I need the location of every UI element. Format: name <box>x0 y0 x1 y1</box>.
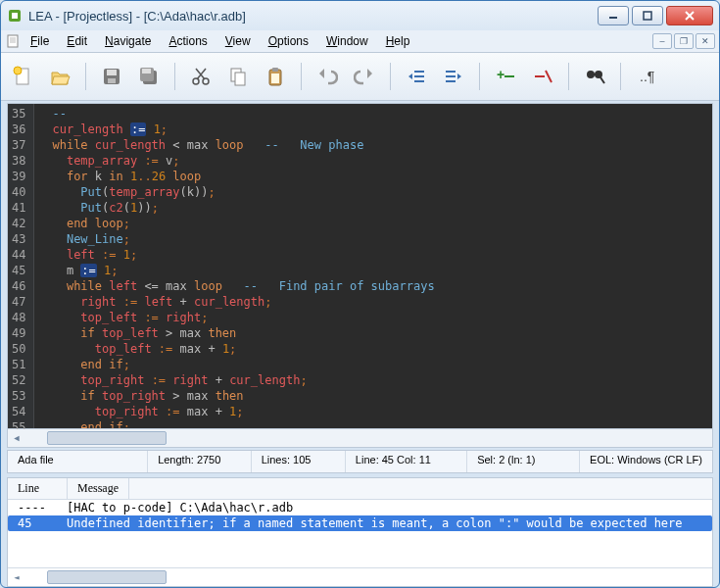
mdi-minimize[interactable]: – <box>652 33 672 49</box>
svg-line-17 <box>197 69 206 79</box>
scroll-left-icon[interactable]: ◄ <box>8 572 25 582</box>
messages-header: Line Message <box>8 478 712 500</box>
svg-rect-23 <box>271 74 279 83</box>
svg-rect-20 <box>235 73 245 85</box>
menu-actions[interactable]: Actions <box>161 32 215 50</box>
svg-line-27 <box>546 71 552 82</box>
comment-button[interactable]: + <box>492 63 519 90</box>
mdi-controls: – ❐ ✕ <box>652 33 715 49</box>
svg-rect-22 <box>272 68 278 72</box>
open-file-button[interactable] <box>46 63 73 90</box>
svg-rect-3 <box>644 12 651 20</box>
close-button[interactable] <box>666 6 713 25</box>
editor-hscroll[interactable]: ◄ <box>7 429 713 448</box>
toolbar: + ..¶ <box>1 53 719 101</box>
menu-help[interactable]: Help <box>378 32 418 50</box>
status-sel: Sel: 2 (ln: 1) <box>467 451 580 472</box>
svg-rect-10 <box>107 70 117 75</box>
window-controls <box>598 6 713 25</box>
messages-rows: ----[HAC to p-code] C:\Ada\hac\r.adb45Un… <box>8 500 712 531</box>
pilcrow-button[interactable]: ..¶ <box>633 63 660 90</box>
svg-rect-11 <box>108 78 116 83</box>
svg-line-30 <box>600 77 604 83</box>
redo-button[interactable] <box>351 63 378 90</box>
search-button[interactable] <box>581 63 608 90</box>
menu-edit[interactable]: Edit <box>59 32 95 50</box>
app-icon <box>7 8 23 24</box>
maximize-button[interactable] <box>632 6 663 25</box>
uncomment-button[interactable] <box>529 63 556 90</box>
app-window: LEA - [Projectless] - [C:\Ada\hac\r.adb]… <box>0 0 720 588</box>
svg-text:+: + <box>497 67 504 82</box>
indent-button[interactable] <box>440 63 467 90</box>
mdi-restore[interactable]: ❐ <box>674 33 694 49</box>
svg-point-15 <box>193 78 199 84</box>
mdi-close[interactable]: ✕ <box>696 33 715 49</box>
new-file-button[interactable] <box>9 63 36 90</box>
status-eol: EOL: Windows (CR LF) <box>580 451 712 472</box>
svg-rect-1 <box>12 13 18 19</box>
minimize-button[interactable] <box>598 6 629 25</box>
menu-window[interactable]: Window <box>318 32 376 50</box>
statusbar: Ada file Length: 2750 Lines: 105 Line: 4… <box>7 450 713 473</box>
cut-button[interactable] <box>187 63 215 90</box>
titlebar: LEA - [Projectless] - [C:\Ada\hac\r.adb] <box>1 1 719 30</box>
scroll-thumb[interactable] <box>47 431 167 445</box>
scroll-left-icon[interactable]: ◄ <box>8 433 25 443</box>
undo-button[interactable] <box>313 63 341 90</box>
msg-col-message[interactable]: Message <box>68 478 129 499</box>
messages-hscroll[interactable]: ◄ <box>8 567 712 586</box>
svg-rect-6 <box>8 35 18 47</box>
paste-button[interactable] <box>262 63 289 90</box>
line-gutter: 3536373839404142434445464748495051525354… <box>8 104 34 428</box>
status-pos: Line: 45 Col: 11 <box>346 451 467 472</box>
editor[interactable]: 3536373839404142434445464748495051525354… <box>7 103 713 429</box>
menu-view[interactable]: View <box>217 32 259 50</box>
svg-point-16 <box>203 78 209 84</box>
doc-icon <box>5 33 21 49</box>
status-filetype: Ada file <box>8 451 148 472</box>
menubar: File Edit Navigate Actions View Options … <box>1 30 719 53</box>
menu-file[interactable]: File <box>23 32 57 50</box>
message-row[interactable]: 45Undefined identifier; if a named state… <box>8 515 712 531</box>
menu-options[interactable]: Options <box>261 32 316 50</box>
status-length: Length: 2750 <box>148 451 252 472</box>
svg-line-18 <box>196 69 205 79</box>
copy-button[interactable] <box>224 63 252 90</box>
window-title: LEA - [Projectless] - [C:\Ada\hac\r.adb] <box>28 9 246 24</box>
messages-panel: Line Message ----[HAC to p-code] C:\Ada\… <box>7 477 713 587</box>
svg-rect-14 <box>142 69 151 74</box>
svg-text:..¶: ..¶ <box>640 69 654 84</box>
menu-navigate[interactable]: Navigate <box>97 32 159 50</box>
unindent-button[interactable] <box>403 63 430 90</box>
code-view[interactable]: --cur_length := 1;while cur_length < max… <box>34 104 712 428</box>
status-lines: Lines: 105 <box>252 451 346 472</box>
save-button[interactable] <box>98 63 125 90</box>
svg-point-8 <box>14 67 22 74</box>
save-all-button[interactable] <box>135 63 163 90</box>
scroll-thumb[interactable] <box>47 570 167 584</box>
msg-col-line[interactable]: Line <box>8 478 68 499</box>
message-row[interactable]: ----[HAC to p-code] C:\Ada\hac\r.adb <box>8 500 712 515</box>
